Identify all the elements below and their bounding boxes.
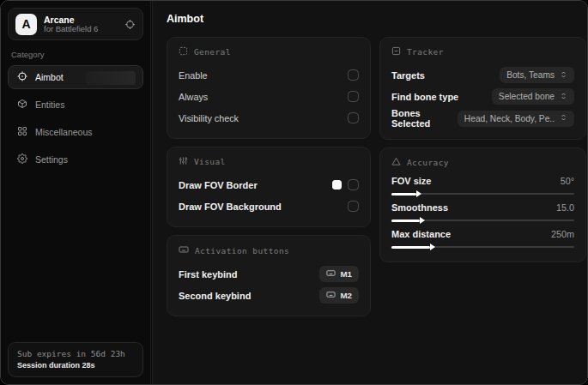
chevron-up-down-icon — [560, 92, 567, 102]
find-bone-type-dropdown[interactable]: Selected bone — [492, 88, 574, 105]
draw-fov-background-checkbox[interactable] — [348, 201, 359, 212]
dashed-square-icon — [179, 46, 188, 57]
grid-icon — [17, 126, 27, 138]
second-keybind-button[interactable]: M2 — [319, 287, 359, 304]
keyboard-icon — [179, 244, 189, 256]
gear-icon — [17, 153, 27, 165]
session-duration-text: Session duration 28s — [17, 361, 134, 370]
visibility-check-checkbox[interactable] — [348, 112, 359, 123]
setting-label: Draw FOV Border — [179, 180, 258, 190]
setting-row-enable: Enable — [179, 65, 359, 85]
card-title: Activation buttons — [195, 246, 289, 256]
card-title: Visual — [194, 157, 226, 166]
crosshair-icon[interactable] — [124, 19, 136, 30]
general-card: General Enable Always Visibility check — [167, 37, 371, 139]
enable-checkbox[interactable] — [348, 69, 359, 81]
sidebar-item-label: Entities — [35, 99, 64, 110]
slider-fill[interactable] — [391, 246, 430, 249]
max-distance-slider-group: Max distance 250m — [391, 229, 574, 248]
sidebar-item-label: Settings — [35, 154, 68, 165]
app-window: A Arcane for Battlefield 6 Category Aimb… — [0, 0, 588, 385]
slider-label: Max distance — [391, 229, 451, 239]
cube-icon — [17, 99, 27, 111]
draw-fov-border-checkbox[interactable] — [348, 179, 359, 190]
visual-card: Visual Draw FOV Border Draw FOV Backgrou… — [167, 147, 371, 227]
setting-row-first-keybind: First keybind M1 — [179, 264, 359, 284]
sidebar-item-aimbot[interactable]: Aimbot — [8, 65, 143, 89]
setting-label: Visibility check — [179, 113, 239, 123]
keyboard-icon — [326, 290, 336, 301]
slider-fill[interactable] — [391, 193, 416, 196]
app-title: Arcane — [44, 15, 118, 25]
triangle-icon — [391, 157, 401, 168]
minus-square-icon — [391, 46, 401, 57]
sliders-icon — [179, 156, 188, 167]
setting-row-second-keybind: Second keybind M2 — [179, 286, 359, 305]
slider-label: FOV size — [391, 176, 431, 186]
left-column: General Enable Always Visibility check — [167, 37, 371, 316]
bones-selected-dropdown[interactable]: Head, Neck, Body, Pe.. — [458, 111, 574, 127]
setting-label: First keybind — [179, 269, 237, 280]
setting-label: Enable — [179, 70, 208, 81]
card-title: Tracker — [407, 47, 444, 57]
tracker-card: Tracker Targets Bots, Teams — [379, 37, 586, 140]
app-logo: A — [15, 14, 37, 35]
keybind-value: M1 — [340, 269, 352, 279]
slider-value: 15.0 — [556, 202, 574, 213]
card-title: General — [194, 47, 231, 57]
setting-label: Bones Selected — [391, 108, 458, 129]
fov-size-slider[interactable] — [391, 193, 574, 195]
setting-row-targets: Targets Bots, Teams — [391, 65, 574, 85]
slider-value: 50° — [561, 176, 574, 186]
sub-expiry-text: Sub expires in 56d 23h — [17, 349, 134, 358]
right-column: Tracker Targets Bots, Teams — [379, 37, 586, 262]
smoothness-slider-group: Smoothness 15.0 — [391, 202, 574, 221]
category-label: Category — [11, 50, 140, 59]
setting-label: Always — [179, 92, 208, 102]
setting-row-bones-selected: Bones Selected Head, Neck, Body, Pe.. — [391, 108, 574, 129]
max-distance-slider[interactable] — [391, 246, 574, 248]
setting-label: Second keybind — [179, 291, 251, 301]
setting-label: Find bone type — [391, 92, 458, 102]
brand-card: A Arcane for Battlefield 6 — [8, 8, 143, 40]
always-checkbox[interactable] — [348, 91, 359, 102]
targets-dropdown[interactable]: Bots, Teams — [500, 67, 574, 83]
sidebar-item-settings[interactable]: Settings — [8, 147, 143, 171]
first-keybind-button[interactable]: M1 — [319, 266, 359, 282]
main-panel: Aimbot General — [152, 1, 587, 384]
dropdown-value: Head, Neck, Body, Pe.. — [464, 114, 555, 123]
sidebar-item-label: Aimbot — [35, 72, 64, 82]
page-title: Aimbot — [167, 13, 577, 25]
slider-value: 250m — [551, 229, 574, 239]
sidebar-item-entities[interactable]: Entities — [8, 93, 143, 117]
setting-row-draw-fov-background: Draw FOV Background — [179, 196, 359, 216]
accuracy-card: Accuracy FOV size 50° — [379, 147, 586, 262]
fov-size-slider-group: FOV size 50° — [391, 176, 574, 195]
crosshair-icon — [17, 71, 27, 83]
card-title: Accuracy — [407, 158, 449, 167]
setting-row-find-bone-type: Find bone type Selected bone — [391, 87, 574, 106]
slider-fill[interactable] — [391, 220, 420, 222]
setting-row-draw-fov-border: Draw FOV Border — [179, 175, 359, 195]
keybind-value: M2 — [340, 291, 352, 300]
chevron-up-down-icon — [560, 70, 567, 81]
chevron-up-down-icon — [560, 113, 567, 123]
setting-label: Draw FOV Background — [179, 202, 282, 212]
dropdown-value: Bots, Teams — [506, 70, 555, 80]
sidebar-item-miscellaneous[interactable]: Miscellaneous — [8, 120, 143, 144]
smoothness-slider[interactable] — [391, 220, 574, 221]
sidebar-item-label: Miscellaneous — [35, 127, 93, 137]
activation-buttons-card: Activation buttons First keybind M1 — [167, 235, 371, 316]
keyboard-icon — [326, 268, 336, 280]
app-subtitle: for Battlefield 6 — [44, 25, 118, 34]
setting-label: Targets — [391, 70, 425, 81]
sidebar: A Arcane for Battlefield 6 Category Aimb… — [1, 1, 151, 384]
setting-row-visibility-check: Visibility check — [179, 108, 359, 128]
setting-row-always: Always — [179, 87, 359, 106]
dropdown-value: Selected bone — [499, 92, 555, 101]
slider-label: Smoothness — [391, 202, 448, 213]
fov-border-color-swatch[interactable] — [332, 180, 342, 189]
subscription-info-card: Sub expires in 56d 23h Session duration … — [8, 342, 143, 377]
